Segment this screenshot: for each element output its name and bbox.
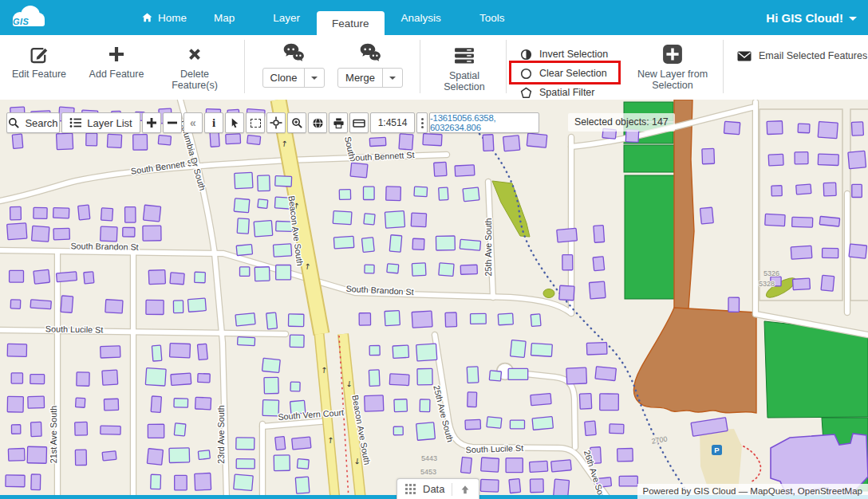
divider [452,483,452,496]
svg-text:↑: ↑ [321,366,328,375]
merge-bubbles-icon [358,42,382,63]
spatial-selection-button[interactable]: Spatial Selection [428,43,501,92]
grid-icon [405,484,416,494]
polygon-icon [520,87,532,99]
svg-text:5326: 5326 [763,269,779,277]
svg-text:5443: 5443 [421,454,437,462]
edit-pencil-icon [29,45,49,65]
add-feature-button[interactable]: Add Feature [78,41,155,80]
plus-square-icon [662,44,683,65]
clone-dropdown-caret[interactable] [305,68,324,88]
feature-ribbon: Edit Feature Add Feature Delete Feature(… [0,35,868,100]
plus-icon [107,45,126,64]
logo-text: GIS [13,17,29,26]
more-options-button[interactable] [416,112,428,133]
top-navigation-bar: GIS Home Map Layer Feature Analysis Tool… [0,0,868,35]
map-svg: P↑↑↑↑↑↑↑South Bennett StSouth Bennett St… [0,100,868,499]
merge-group: Merge [333,40,407,88]
stacked-bars-icon [454,47,475,65]
svg-text:↑: ↑ [281,139,289,148]
clone-label[interactable]: Clone [263,68,306,88]
ribbon-divider [244,40,245,93]
x-delete-icon [186,45,203,63]
merge-dropdown-caret[interactable] [383,68,402,88]
list-icon [69,117,82,128]
nav-layer[interactable]: Layer [259,0,314,35]
chevron-down-icon [849,17,857,21]
nav-home[interactable]: Home [128,0,200,35]
gis-cloud-app: P↑↑↑↑↑↑↑South Bennett StSouth Bennett St… [0,0,868,499]
ribbon-divider [506,40,507,93]
zoom-box-button[interactable] [287,112,306,133]
globe-full-extent-button[interactable] [308,112,327,133]
home-icon [141,12,153,23]
clone-bubbles-icon [282,42,306,63]
svg-text:South Lucile St: South Lucile St [465,443,523,455]
user-greeting: Hi GIS Cloud! [766,11,843,25]
search-icon [8,117,20,129]
clone-group: Clone [257,40,330,88]
svg-text:P: P [714,446,720,454]
svg-text:5328: 5328 [759,280,775,288]
nav-analysis[interactable]: Analysis [388,0,455,35]
clear-selection-button[interactable]: Clear Selection [520,65,607,81]
new-layer-from-selection-button[interactable]: New Layer from Selection [630,41,715,91]
measure-tool-button[interactable] [349,112,369,133]
nav-map[interactable]: Map [200,0,248,35]
merge-label[interactable]: Merge [338,68,383,88]
empty-circle-icon [520,68,532,80]
half-circle-icon [520,49,532,61]
ribbon-divider [723,40,724,93]
print-button[interactable] [329,112,348,133]
zoom-out-button[interactable] [163,112,182,133]
map-attribution: Powered by GIS Cloud — MapQuest, OpenStr… [637,484,868,499]
data-panel-button[interactable]: Data [397,478,479,499]
invert-selection-button[interactable]: Invert Selection [520,46,608,62]
map-canvas[interactable]: P↑↑↑↑↑↑↑South Bennett StSouth Bennett St… [0,100,868,499]
spatial-filter-button[interactable]: Spatial Filter [520,84,594,100]
pan-position-button[interactable] [266,112,286,133]
svg-text:↑: ↑ [345,379,353,389]
email-selected-features-button[interactable]: Email Selected Features [737,48,867,64]
merge-split-button[interactable]: Merge [337,68,403,88]
selected-objects-badge: Selected objects: 147 [568,113,675,132]
edit-feature-button[interactable]: Edit Feature [3,41,75,80]
data-button-label: Data [423,483,444,495]
rectangle-select-tool-button[interactable] [246,112,265,133]
main-nav: Home Map Layer Feature Analysis Tools [128,0,518,35]
svg-text:↑: ↑ [327,436,334,446]
delete-features-button[interactable]: Delete Feature(s) [156,41,233,91]
pointer-tool-button[interactable] [225,112,244,133]
layer-list-button[interactable]: Layer List [61,112,140,133]
svg-text:21st Ave South: 21st Ave South [49,406,58,463]
svg-text:South Brandon St: South Brandon St [70,241,138,251]
collapse-toolbar-button[interactable]: « [183,112,203,133]
envelope-icon [737,51,752,61]
map-toolbar: Search Layer List « i 1:4514 -13615056.6… [6,112,541,133]
coordinates-display: -13615056.6358, 6032634.806 [429,112,539,133]
nav-tools[interactable]: Tools [466,0,519,35]
info-button[interactable]: i [204,112,223,133]
gis-cloud-logo[interactable]: GIS [6,2,48,33]
user-menu[interactable]: Hi GIS Cloud! [766,0,857,35]
svg-text:South Lucile St: South Lucile St [45,324,104,334]
svg-text:23rd Ave South: 23rd Ave South [216,405,226,464]
svg-text:↑: ↑ [353,457,361,466]
nav-home-label: Home [158,12,187,24]
svg-text:5453: 5453 [420,468,436,476]
ribbon-divider [420,40,420,93]
clone-split-button[interactable]: Clone [262,68,326,88]
search-button[interactable]: Search [6,112,60,133]
scale-display: 1:4514 [370,112,415,133]
nav-feature[interactable]: Feature [317,11,385,35]
arrow-up-icon[interactable] [460,484,471,495]
svg-text:25th Ave South: 25th Ave South [483,218,493,276]
zoom-in-button[interactable] [142,112,161,133]
